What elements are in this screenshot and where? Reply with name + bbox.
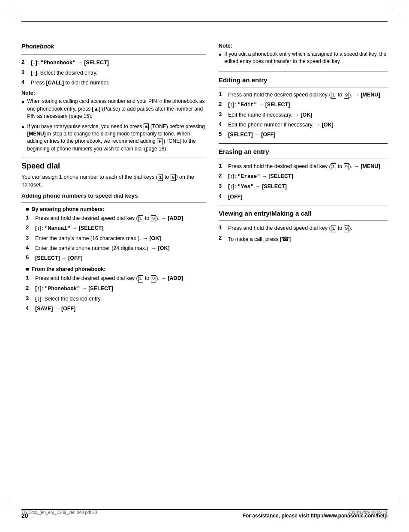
phonebook-step-2: 2 [↕]: "Phonebook" → [SELECT] xyxy=(21,59,206,67)
erasing-rule xyxy=(219,143,388,144)
corner-mark-br xyxy=(393,498,401,506)
erasing-rule2 xyxy=(219,159,388,159)
viewing-steps: 1 Press and hold the desired speed dial … xyxy=(219,224,388,243)
editing-step-2: 2 [↕]: "Edit" → [SELECT] xyxy=(219,101,388,109)
entering-step-4: 4 Enter the party's phone number (24 dig… xyxy=(26,244,206,252)
viewing-rule2 xyxy=(219,220,388,221)
entering-steps: 1 Press and hold the desired speed dial … xyxy=(26,214,206,262)
editing-step-4: 4 Edit the phone number if necessary. → … xyxy=(219,121,388,129)
erasing-step-1: 1 Press and hold the desired speed dial … xyxy=(219,162,388,170)
erasing-title: Erasing an entry xyxy=(219,148,388,155)
editing-steps: 1 Press and hold the desired speed dial … xyxy=(219,91,388,139)
page-footer: 20 For assistance, please visit http://w… xyxy=(0,509,409,519)
phonebook-sub-steps: 1 Press and hold the desired speed dial … xyxy=(26,274,206,313)
phonebook-sub-step-3: 3 [↕]: Select the desired entry. xyxy=(26,295,206,303)
erasing-steps: 1 Press and hold the desired speed dial … xyxy=(219,162,388,201)
page: Phonebook 2 [↕]: "Phonebook" → [SELECT] … xyxy=(0,0,409,532)
right-note-label: Note: xyxy=(219,43,388,49)
phonebook-section: Phonebook 2 [↕]: "Phonebook" → [SELECT] … xyxy=(21,43,206,153)
content-area: Phonebook 2 [↕]: "Phonebook" → [SELECT] … xyxy=(0,43,409,317)
phonebook-steps: 2 [↕]: "Phonebook" → [SELECT] 3 [↕]: Sel… xyxy=(21,59,206,87)
entering-step-2: 2 [↕]: "Manual" → [SELECT] xyxy=(26,224,206,232)
viewing-title: Viewing an entry/Making a call xyxy=(219,210,388,217)
erasing-step-4: 4 [OFF] xyxy=(219,193,388,201)
phonebook-note-2: ● If you have rotary/pulse service, you … xyxy=(21,123,206,153)
viewing-section: Viewing an entry/Making a call 1 Press a… xyxy=(219,205,388,243)
top-rule xyxy=(21,21,388,22)
phonebook-rule xyxy=(21,54,206,54)
phonebook-note-1: ● When storing a calling card access num… xyxy=(21,98,206,120)
phonebook-subsection: ■ From the shared phonebook: 1 Press and… xyxy=(26,266,206,313)
phonebook-note-label: Note: xyxy=(21,90,206,96)
phonebook-sub-step-2: 2 [↕]: "Phonebook" → [SELECT] xyxy=(26,285,206,293)
adding-subtitle: Adding phone numbers to speed dial keys xyxy=(21,192,206,199)
right-note-item: ● If you edit a phonebook entry which is… xyxy=(219,51,388,66)
phonebook-note-bullets: ● When storing a calling card access num… xyxy=(21,98,206,153)
phonebook-title: Phonebook xyxy=(21,43,206,50)
speed-dial-rule xyxy=(21,157,206,157)
speed-dial-title: Speed dial xyxy=(21,162,206,171)
viewing-rule xyxy=(219,205,388,205)
entering-subsection: ■ By entering phone numbers: 1 Press and… xyxy=(26,206,206,262)
left-column: Phonebook 2 [↕]: "Phonebook" → [SELECT] … xyxy=(21,43,206,317)
editing-step-3: 3 Edit the name if necessary. → [OK] xyxy=(219,111,388,119)
adding-rule xyxy=(21,202,206,203)
right-phonebook-note: Note: ● If you edit a phonebook entry wh… xyxy=(219,43,388,66)
footer-file: TGD2xx_(en_en)_1209_ver. 040.pdf 20 xyxy=(21,510,97,515)
phonebook-sub-step-4: 4 [SAVE] → [OFF] xyxy=(26,305,206,313)
corner-mark-tl xyxy=(8,8,16,16)
entering-label: ■ By entering phone numbers: xyxy=(26,206,206,212)
entering-step-1: 1 Press and hold the desired speed dial … xyxy=(26,214,206,222)
corner-mark-tr xyxy=(393,8,401,16)
erasing-step-3: 3 [↕]: "Yes" → [SELECT] xyxy=(219,183,388,191)
footer-timestamp: 2013/12/09 10:59:19 xyxy=(348,510,388,515)
editing-rule2 xyxy=(219,87,388,87)
phonebook-sub-step-1: 1 Press and hold the desired speed dial … xyxy=(26,274,206,282)
editing-title: Editing an entry xyxy=(219,76,388,84)
phonebook-step-4: 4 Press [CALL] to dial the number. xyxy=(21,79,206,87)
editing-step-5: 5 [SELECT] → [OFF] xyxy=(219,131,388,138)
viewing-step-2: 2 To make a call, press [☎] xyxy=(219,234,388,243)
editing-rule xyxy=(219,72,388,72)
erasing-section: Erasing an entry 1 Press and hold the de… xyxy=(219,143,388,201)
speed-dial-section: Speed dial You can assign 1 phone number… xyxy=(21,157,206,313)
corner-mark-bl xyxy=(8,498,16,506)
phonebook-sub-label: ■ From the shared phonebook: xyxy=(26,266,206,272)
entering-step-5: 5 [SELECT] → [OFF] xyxy=(26,254,206,262)
speed-dial-desc: You can assign 1 phone number to each of… xyxy=(21,173,206,189)
erasing-step-2: 2 [↕]: "Erase" → [SELECT] xyxy=(219,172,388,180)
entering-step-3: 3 Enter the party's name (16 characters … xyxy=(26,234,206,242)
editing-step-1: 1 Press and hold the desired speed dial … xyxy=(219,91,388,99)
phonebook-step-3: 3 [↕]: Select the desired entry. xyxy=(21,69,206,77)
viewing-step-1: 1 Press and hold the desired speed dial … xyxy=(219,224,388,232)
editing-section: Editing an entry 1 Press and hold the de… xyxy=(219,72,388,139)
right-column: Note: ● If you edit a phonebook entry wh… xyxy=(219,43,388,317)
right-note-bullets: ● If you edit a phonebook entry which is… xyxy=(219,51,388,66)
